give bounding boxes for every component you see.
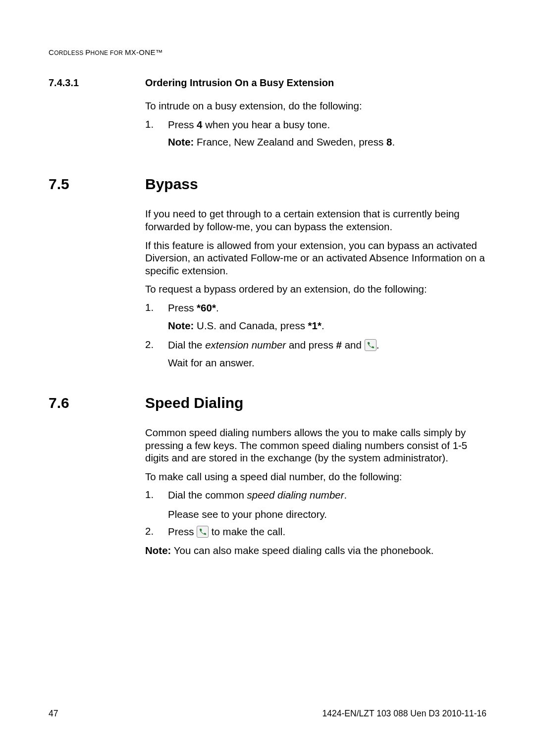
text: Please see to your phone directory. [168,508,486,521]
header-text: HONE FOR [91,50,125,56]
heading-7-6: 7.6 Speed Dialing [49,395,486,411]
header-text: C [49,48,54,56]
bold-text: # [336,339,342,351]
list-number: 1. [145,302,168,315]
text: Press [168,526,197,537]
text: Wait for an answer. [168,356,486,370]
note: Note: You can also make speed dialing ca… [145,544,486,557]
section-number: 7.4.3.1 [49,77,145,89]
document-id: 1424-EN/LZT 103 088 Uen D3 2010-11-16 [322,708,486,719]
list-item: 2. Press to make the call. [145,525,486,539]
text: Press [168,119,197,130]
list-text: Press 4 when you hear a busy tone. [168,118,486,132]
list-item: 2. Dial the extension number and press #… [145,339,486,370]
text: Press [168,302,197,313]
paragraph: To intrude on a busy extension, do the f… [145,100,486,112]
list-number: 1. [145,118,168,132]
call-icon [365,339,376,351]
note-label: Note: [168,320,194,331]
header-text: ORDLESS [54,50,85,56]
text: France, New Zealand and Sweden, press [194,136,386,148]
bold-text: 8 [386,136,392,148]
paragraph: If this feature is allowed from your ext… [145,239,486,277]
section-title: Bypass [145,176,486,193]
list-item: 1. Press *60*. [145,302,486,315]
text: . [216,302,219,313]
italic-text: extension number [205,339,286,351]
text: Dial the common [168,489,247,501]
page-number: 47 [49,708,58,719]
list-number: 2. [145,339,168,370]
heading-7-5: 7.5 Bypass [49,176,486,193]
text: . [376,339,379,351]
call-icon [197,526,209,538]
section-number: 7.6 [49,395,145,411]
paragraph: To request a bypass ordered by an extens… [145,283,486,296]
text: U.S. and Canada, press [194,320,308,331]
list-item: 1. Press 4 when you hear a busy tone. [145,118,486,132]
text: and [342,339,365,351]
bold-text: *60* [197,302,216,313]
bold-text: 4 [197,119,202,130]
page-header: CORDLESS PHONE FOR MX-ONE™ [49,48,486,56]
text: when you hear a busy tone. [203,119,330,130]
list-item: 1. Dial the common speed dialing number.… [145,489,486,521]
paragraph: If you need to get through to a certain … [145,207,486,233]
note-label: Note: [145,545,171,556]
note: Note: U.S. and Canada, press *1*. [168,320,486,332]
text: to make the call. [209,526,285,537]
section-title: Ordering Intrusion On a Busy Extension [145,77,486,89]
section-number: 7.5 [49,176,145,193]
list-number: 1. [145,489,168,521]
list-text: Dial the extension number and press # an… [168,339,486,370]
list-number: 2. [145,525,168,539]
header-text: P [85,48,90,56]
text: . [344,489,347,501]
list-text: Press *60*. [168,302,486,315]
section-title: Speed Dialing [145,395,486,411]
note: Note: France, New Zealand and Sweden, pr… [168,136,486,148]
paragraph: To make call using a speed dial number, … [145,470,486,483]
text: You can also make speed dialing calls vi… [171,545,433,556]
text: Dial the [168,339,205,351]
bold-text: *1* [308,320,321,331]
note-label: Note: [168,136,194,148]
text: . [321,320,324,331]
italic-text: speed dialing number [247,489,344,501]
list-text: Dial the common speed dialing number. Pl… [168,489,486,521]
text: and press [286,339,336,351]
page-footer: 47 1424-EN/LZT 103 088 Uen D3 2010-11-16 [49,708,486,719]
list-text: Press to make the call. [168,525,486,539]
header-text: MX-ONE™ [125,48,163,56]
text: . [392,136,395,148]
heading-7-4-3-1: 7.4.3.1 Ordering Intrusion On a Busy Ext… [49,77,486,89]
paragraph: Common speed dialing numbers allows the … [145,426,486,464]
